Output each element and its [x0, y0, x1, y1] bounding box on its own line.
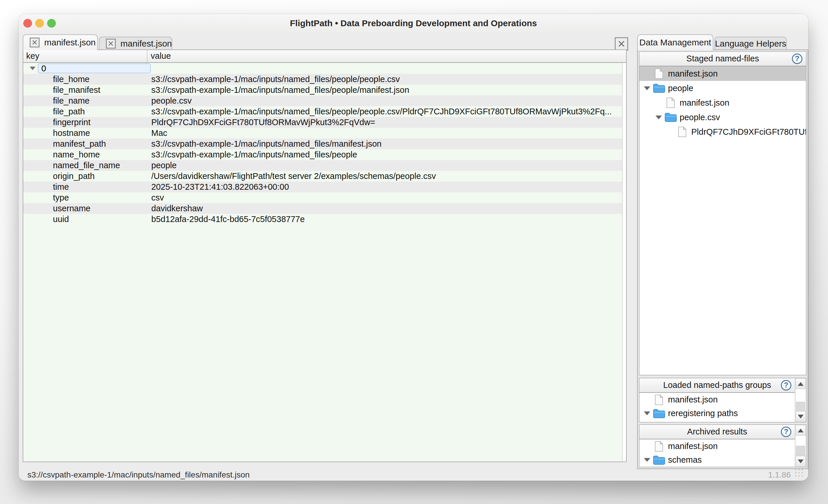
tree-item-manifest-json[interactable]: manifest.json	[639, 439, 795, 453]
table-row[interactable]: file_name people.csv	[23, 95, 622, 106]
tab-close-icon[interactable]: ✕	[30, 38, 40, 47]
folder-icon	[652, 455, 666, 465]
table-row[interactable]: fingerprint PldrQF7CJhD9XFciGFt780TUf8OR…	[23, 117, 622, 128]
collapse-triangle-icon[interactable]	[30, 67, 36, 70]
row-value: s3://csvpath-example-1/mac/inputs/named_…	[148, 85, 622, 95]
loaded-named-paths-tree: manifest.json reregistering paths	[639, 393, 795, 422]
tree-item-label: PldrQF7CJhD9XFciGFt780TUf8...	[691, 127, 806, 137]
tab-language-helpers[interactable]: Language Helpers	[714, 37, 787, 50]
row-value: s3://csvpath-example-1/mac/inputs/named_…	[148, 106, 622, 117]
folder-icon	[664, 113, 677, 122]
tab-manifest-json-1[interactable]: ✕ manifest.json	[23, 34, 98, 50]
loaded-named-paths-section: Loaded named-paths groups ? manifest.jso…	[639, 378, 806, 423]
scroll-up-icon[interactable]	[796, 379, 805, 389]
tab-label: manifest.json	[44, 38, 96, 47]
row-key: named_file_name	[23, 160, 148, 171]
table-row[interactable]: name_home s3://csvpath-example-1/mac/inp…	[23, 149, 622, 160]
table-row[interactable]: origin_path /Users/davidkershaw/FlightPa…	[23, 171, 622, 181]
version-label: 1.1.86	[768, 469, 791, 481]
row-key: type	[23, 192, 148, 203]
tree-item-label: manifest.json	[668, 442, 718, 451]
resize-grip[interactable]	[794, 468, 804, 478]
tab-label: Data Management	[639, 38, 711, 47]
tree-item-label: schemas	[668, 455, 702, 465]
tree-item-manifest-json[interactable]: manifest.json	[639, 66, 806, 81]
tab-manifest-json-2[interactable]: ✕ manifest.json	[99, 37, 172, 50]
row-key: name_home	[23, 149, 148, 160]
column-header-key[interactable]: key	[23, 50, 148, 62]
tree-item-people-folder[interactable]: people	[639, 81, 806, 95]
tab-label: Language Helpers	[715, 39, 786, 49]
table-row[interactable]: manifest_path s3://csvpath-example-1/mac…	[23, 138, 622, 149]
table-scrollbar-gutter[interactable]	[622, 63, 626, 462]
title-bar: FlightPath • Data Preboarding Developmen…	[18, 14, 808, 33]
tree-item-fingerprint-file[interactable]: PldrQF7CJhD9XFciGFt780TUf8...	[639, 125, 806, 139]
table-header: key value	[23, 50, 626, 63]
row-key: username	[23, 203, 148, 214]
root-tree-row[interactable]: 0	[23, 63, 622, 74]
minimize-window-button[interactable]	[35, 19, 44, 28]
row-key: manifest_path	[23, 138, 148, 149]
row-key: file_manifest	[23, 85, 148, 95]
tab-close-icon[interactable]: ✕	[106, 39, 116, 49]
tree-item-manifest-json[interactable]: manifest.json	[639, 393, 795, 407]
archived-scrollbar[interactable]	[795, 425, 806, 467]
tree-item-reregistering-paths-folder[interactable]: reregistering paths	[639, 407, 795, 420]
tab-data-management[interactable]: Data Management	[637, 34, 713, 50]
row-value: people.csv	[148, 95, 622, 106]
expand-triangle-icon[interactable]	[642, 86, 652, 90]
tree-item-label: people	[668, 84, 693, 93]
row-value: s3://csvpath-example-1/mac/inputs/named_…	[148, 138, 622, 149]
file-icon	[652, 394, 666, 405]
tree-item-manifest-json-child[interactable]: manifest.json	[639, 95, 806, 110]
expand-triangle-icon[interactable]	[642, 458, 652, 462]
scroll-down-icon[interactable]	[796, 411, 805, 422]
window-title: FlightPath • Data Preboarding Developmen…	[18, 14, 808, 33]
table-row[interactable]: named_file_name people	[23, 160, 622, 171]
row-key: uuid	[23, 214, 148, 225]
close-window-button[interactable]	[23, 19, 32, 28]
table-row[interactable]: file_home s3://csvpath-example-1/mac/inp…	[23, 74, 622, 85]
row-key: file_home	[23, 74, 148, 85]
expand-triangle-icon[interactable]	[642, 412, 652, 415]
app-window: FlightPath • Data Preboarding Developmen…	[18, 14, 808, 481]
scroll-up-icon[interactable]	[796, 425, 805, 435]
archived-results-section: Archived results ? manifest.json schemas	[639, 424, 806, 467]
row-key: origin_path	[23, 171, 148, 181]
table-row[interactable]: file_path s3://csvpath-example-1/mac/inp…	[23, 106, 622, 117]
column-header-value[interactable]: value	[148, 50, 626, 62]
file-icon	[652, 441, 666, 452]
table-row[interactable]: uuid b5d12afa-29dd-41fc-bd65-7c5f0538777…	[23, 214, 622, 225]
help-icon[interactable]: ?	[781, 380, 791, 390]
manifest-table-panel: key value 0 file_home s3://csvpath-examp…	[23, 49, 627, 462]
file-icon	[675, 127, 689, 137]
root-key-edit-field[interactable]: 0	[38, 64, 151, 73]
row-value: s3://csvpath-example-1/mac/inputs/named_…	[148, 74, 622, 85]
scroll-down-icon[interactable]	[796, 456, 805, 466]
table-row[interactable]: time 2025-10-23T21:41:03.822063+00:00	[23, 181, 622, 192]
zoom-window-button[interactable]	[47, 19, 56, 28]
tree-item-people-csv-folder[interactable]: people.csv	[639, 110, 806, 125]
table-row[interactable]: username davidkershaw	[23, 203, 622, 214]
loaded-scrollbar[interactable]	[795, 378, 806, 422]
table-row[interactable]: file_manifest s3://csvpath-example-1/mac…	[23, 85, 622, 95]
row-value: Mac	[148, 128, 622, 138]
staged-named-files-header: Staged named-files	[639, 52, 806, 66]
archived-results-header: Archived results	[639, 425, 795, 439]
row-value: 2025-10-23T21:41:03.822063+00:00	[148, 181, 622, 192]
help-icon[interactable]: ?	[781, 427, 791, 437]
data-management-panel: Staged named-files ? manifest.json peopl…	[637, 49, 808, 469]
table-row[interactable]: type csv	[23, 192, 622, 203]
expand-triangle-icon[interactable]	[654, 116, 664, 119]
row-value: b5d12afa-29dd-41fc-bd65-7c5f0538777e	[148, 214, 622, 225]
help-icon[interactable]: ?	[792, 53, 802, 64]
tree-item-schemas-folder[interactable]: schemas	[639, 453, 795, 467]
table-row[interactable]: hostname Mac	[23, 128, 622, 138]
loaded-named-paths-header: Loaded named-paths groups	[639, 378, 795, 393]
close-tab-area-icon[interactable]: ✕	[615, 37, 628, 51]
row-value: davidkershaw	[148, 203, 622, 214]
archived-results-tree: manifest.json schemas	[639, 439, 795, 467]
tab-label: manifest.json	[120, 39, 172, 49]
tree-item-label: manifest.json	[668, 395, 718, 405]
tree-item-label: manifest.json	[679, 98, 730, 108]
